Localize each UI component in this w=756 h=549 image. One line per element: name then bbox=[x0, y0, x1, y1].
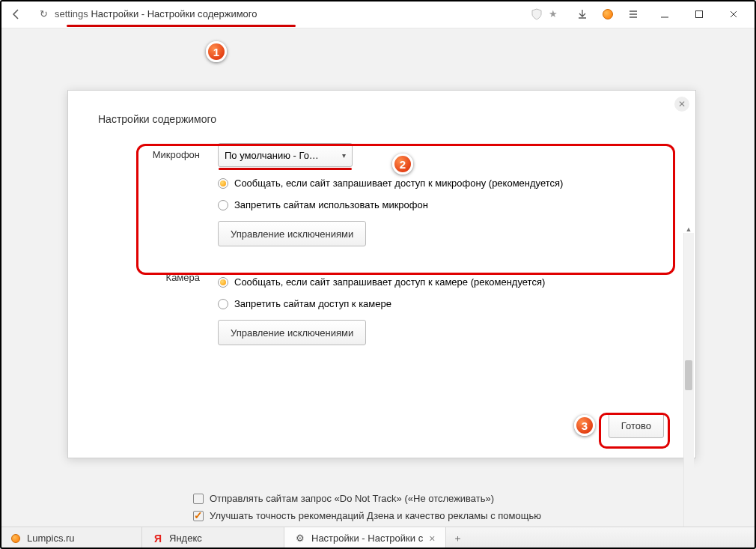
cam-ask-label: Сообщать, если сайт запрашивает доступ к… bbox=[234, 276, 545, 288]
mic-ask-label: Сообщать, если сайт запрашивает доступ к… bbox=[234, 178, 563, 189]
address-prefix: settings bbox=[55, 8, 88, 19]
scroll-thumb[interactable] bbox=[685, 360, 692, 390]
radio-checked-icon[interactable] bbox=[218, 277, 228, 288]
microphone-section: Микрофон По умолчанию - Го… ▾ Сообщать, … bbox=[98, 143, 665, 246]
window-controls bbox=[648, 3, 750, 25]
mic-exceptions-button[interactable]: Управление исключениями bbox=[218, 221, 366, 246]
annotation-badge-2: 2 bbox=[392, 154, 413, 175]
cam-ask-option[interactable]: Сообщать, если сайт запрашивает доступ к… bbox=[218, 276, 665, 288]
dialog-body: Настройки содержимого Микрофон По умолча… bbox=[68, 91, 695, 458]
close-window-button[interactable] bbox=[717, 3, 750, 25]
annotation-badge-3: 3 bbox=[574, 415, 595, 436]
microphone-device-select[interactable]: По умолчанию - Го… ▾ bbox=[218, 143, 353, 167]
done-button-wrap: Готово bbox=[609, 413, 664, 438]
checkbox-unchecked-icon[interactable] bbox=[193, 494, 204, 504]
annotation-underline bbox=[67, 25, 296, 27]
dnt-label: Отправлять сайтам запрос «Do Not Track» … bbox=[210, 493, 494, 504]
cam-block-option[interactable]: Запретить сайтам доступ к камере bbox=[218, 298, 665, 309]
microphone-section-label: Микрофон bbox=[98, 143, 218, 246]
plus-icon: ＋ bbox=[453, 532, 463, 545]
svg-rect-0 bbox=[696, 10, 703, 17]
microphone-controls: По умолчанию - Го… ▾ Сообщать, если сайт… bbox=[218, 143, 665, 246]
mic-block-label: Запретить сайтам использовать микрофон bbox=[234, 199, 428, 210]
background-privacy-options: Отправлять сайтам запрос «Do Not Track» … bbox=[193, 493, 541, 527]
extension-icon[interactable] bbox=[597, 4, 618, 25]
address-bar[interactable]: ↻ settings Настройки - Настройки содержи… bbox=[31, 3, 563, 25]
back-button[interactable] bbox=[6, 4, 27, 25]
radio-checked-icon[interactable] bbox=[218, 178, 228, 189]
maximize-button[interactable] bbox=[683, 3, 716, 25]
annotation-underline bbox=[219, 168, 352, 170]
tab-settings[interactable]: ⚙ Настройки - Настройки с × bbox=[284, 527, 446, 549]
zen-label: Улучшать точность рекомендаций Дзена и к… bbox=[210, 510, 541, 521]
tab-label: Lumpics.ru bbox=[27, 533, 75, 544]
dialog-scrollbar[interactable]: ▲ ▼ bbox=[683, 233, 694, 533]
tab-close-icon[interactable]: × bbox=[429, 533, 435, 545]
radio-unchecked-icon[interactable] bbox=[218, 299, 228, 309]
cam-exceptions-button[interactable]: Управление исключениями bbox=[218, 320, 366, 345]
downloads-icon[interactable] bbox=[572, 4, 593, 25]
done-button[interactable]: Готово bbox=[609, 413, 664, 438]
content-settings-dialog: ✕ Настройки содержимого Микрофон По умол… bbox=[67, 90, 696, 458]
tab-label: Яндекс bbox=[169, 533, 202, 544]
menu-icon[interactable] bbox=[623, 4, 644, 25]
microphone-device-value: По умолчанию - Го… bbox=[225, 150, 319, 161]
minimize-button[interactable] bbox=[648, 3, 681, 25]
reload-icon[interactable]: ↻ bbox=[37, 8, 50, 19]
done-label: Готово bbox=[621, 420, 651, 431]
dnt-row[interactable]: Отправлять сайтам запрос «Do Not Track» … bbox=[193, 493, 541, 504]
tab-lumpics[interactable]: Lumpics.ru bbox=[0, 527, 142, 549]
zen-row[interactable]: Улучшать точность рекомендаций Дзена и к… bbox=[193, 510, 541, 521]
browser-tabbar: Lumpics.ru Я Яндекс ⚙ Настройки - Настро… bbox=[0, 527, 756, 549]
camera-section-label: Камера bbox=[98, 266, 218, 345]
cam-exceptions-label: Управление исключениями bbox=[231, 327, 353, 339]
chevron-down-icon: ▾ bbox=[342, 151, 346, 160]
gear-icon: ⚙ bbox=[295, 533, 305, 544]
new-tab-button[interactable]: ＋ bbox=[446, 527, 469, 549]
address-text: settings Настройки - Настройки содержимо… bbox=[55, 8, 257, 19]
address-right-icons: ★ bbox=[531, 8, 558, 20]
camera-controls: Сообщать, если сайт запрашивает доступ к… bbox=[218, 266, 665, 345]
annotation-badge-1: 1 bbox=[206, 41, 227, 62]
tab-label: Настройки - Настройки с bbox=[311, 533, 423, 544]
checkbox-checked-icon[interactable] bbox=[193, 511, 204, 521]
yandex-y-icon: Я bbox=[153, 533, 163, 544]
address-title: Настройки - Настройки содержимого bbox=[91, 8, 257, 19]
radio-unchecked-icon[interactable] bbox=[218, 200, 228, 210]
bookmark-star-icon[interactable]: ★ bbox=[549, 8, 558, 19]
toolbar-right bbox=[572, 4, 644, 25]
tab-yandex[interactable]: Я Яндекс bbox=[142, 527, 284, 549]
shield-icon[interactable] bbox=[531, 8, 543, 20]
favicon-icon bbox=[10, 533, 21, 544]
arrow-left-icon bbox=[10, 8, 22, 20]
camera-section: Камера Сообщать, если сайт запрашивает д… bbox=[98, 266, 665, 345]
mic-block-option[interactable]: Запретить сайтам использовать микрофон bbox=[218, 199, 665, 210]
mic-ask-option[interactable]: Сообщать, если сайт запрашивает доступ к… bbox=[218, 178, 665, 189]
dialog-title: Настройки содержимого bbox=[98, 113, 665, 125]
browser-toolbar: ↻ settings Настройки - Настройки содержи… bbox=[0, 0, 756, 28]
cam-block-label: Запретить сайтам доступ к камере bbox=[234, 298, 391, 309]
mic-exceptions-label: Управление исключениями bbox=[231, 228, 353, 240]
